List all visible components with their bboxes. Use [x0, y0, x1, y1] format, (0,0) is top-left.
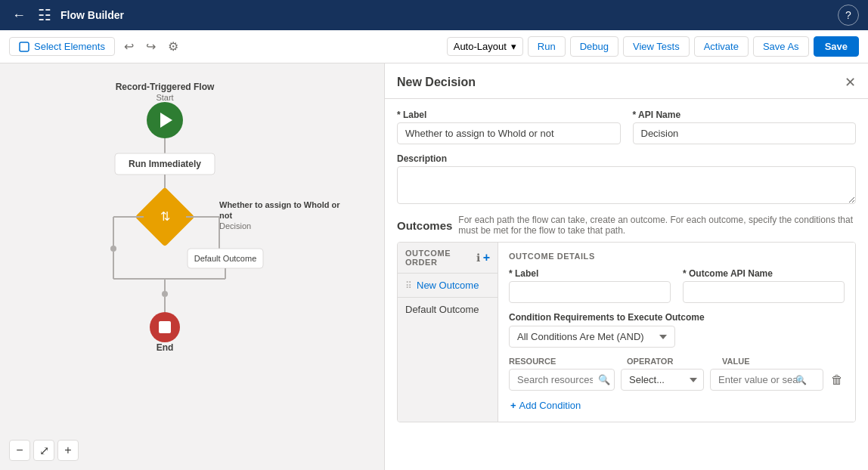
outcome-api-name-input[interactable] [683, 281, 845, 303]
outcome-label-input[interactable] [509, 281, 671, 303]
outcomes-title: Outcomes [397, 219, 452, 232]
outcome-label-group: * Label [509, 268, 671, 303]
flow-start-text: Start [156, 93, 173, 102]
label-api-row: * Label * API Name [397, 110, 856, 144]
outcome-details: OUTCOME DETAILS * Label * Outcome API Na… [498, 243, 855, 422]
condition-req-label: Condition Requirements to Execute Outcom… [509, 312, 845, 323]
decision-label: Whether to assign to Whold or [219, 200, 340, 209]
operator-select[interactable]: Select... [621, 369, 704, 391]
label-field-label: * Label [397, 110, 621, 120]
resource-search-icon: 🔍 [598, 374, 610, 385]
outcome-list: OUTCOME ORDER ℹ + ⠿ New Outcome Default … [398, 243, 498, 422]
label-group: * Label [397, 110, 621, 144]
condition-delete-button[interactable]: 🗑 [829, 372, 845, 388]
app-title: Flow Builder [60, 9, 124, 21]
outcomes-description: For each path the flow can take, create … [458, 215, 856, 236]
panel-title: New Decision [397, 76, 476, 89]
operator-select-wrap: Select... [621, 369, 704, 391]
condition-row-1: 🔍 Select... 🔍 🗑 [509, 369, 845, 391]
settings-button[interactable]: ⚙ [165, 36, 181, 57]
zoom-fit-button[interactable]: ⤢ [33, 440, 54, 461]
description-group: Description [397, 153, 856, 204]
end-label: End [157, 342, 174, 353]
left-dot [110, 246, 116, 252]
decision-icon: ⇅ [160, 210, 170, 223]
save-as-button[interactable]: Save As [753, 36, 809, 57]
zoom-in-button[interactable]: + [57, 440, 79, 461]
debug-button[interactable]: Debug [570, 36, 618, 57]
layout-dropdown[interactable]: Auto-Layout ▾ [447, 37, 523, 56]
flow-diagram: Record-Triggered Flow Start Run Immediat… [38, 75, 384, 468]
default-outcome-label: Default Outcome [194, 254, 257, 263]
condition-req-select[interactable]: All Conditions Are Met (AND) Any Conditi… [509, 326, 675, 348]
value-col-label: Value [722, 357, 835, 366]
api-name-field-label: * API Name [633, 110, 857, 120]
run-immediately-label: Run Immediately [129, 159, 201, 169]
outcome-label-field-label: * Label [509, 268, 671, 279]
decision-label2: not [219, 211, 232, 220]
stop-icon [159, 321, 171, 333]
save-button[interactable]: Save [814, 36, 859, 57]
resource-search-wrap: 🔍 [509, 369, 615, 391]
logo-icon: ☷ [38, 6, 51, 24]
back-button[interactable]: ← [9, 5, 29, 26]
zoom-controls: − ⤢ + [9, 440, 79, 461]
decision-sublabel: Decision [219, 221, 251, 230]
outcome-list-header: OUTCOME ORDER ℹ + [398, 243, 498, 274]
api-name-input[interactable] [633, 122, 857, 144]
add-condition-plus-icon: + [510, 400, 516, 411]
view-tests-button[interactable]: View Tests [623, 36, 690, 57]
panel-close-button[interactable]: ✕ [845, 74, 856, 91]
panel-body: * Label * API Name Description Outcomes … [385, 99, 868, 470]
activate-button[interactable]: Activate [694, 36, 749, 57]
description-input[interactable] [397, 166, 856, 204]
operator-col-label: Operator [627, 357, 716, 366]
zoom-out-button[interactable]: − [9, 440, 30, 461]
outcome-list-header-icons: ℹ + [476, 251, 490, 264]
cursor-icon [19, 42, 29, 52]
toolbar: Select Elements ↩ ↪ ⚙ Auto-Layout ▾ Run … [0, 30, 868, 63]
outcome-order-label: OUTCOME ORDER [405, 249, 476, 267]
top-nav: ← ☷ Flow Builder ? [0, 0, 868, 30]
outcome-api-name-field-label: * Outcome API Name [683, 268, 845, 279]
default-outcome-item[interactable]: Default Outcome [398, 297, 498, 321]
outcomes-header: Outcomes For each path the flow can take… [397, 215, 856, 236]
add-condition-button[interactable]: + Add Condition [509, 398, 582, 413]
description-label: Description [397, 153, 856, 164]
new-outcome-item[interactable]: ⠿ New Outcome [398, 274, 498, 297]
canvas: Record-Triggered Flow Start Run Immediat… [0, 63, 384, 470]
value-search-icon: 🔍 [795, 375, 807, 385]
drag-handle-icon: ⠿ [405, 280, 412, 291]
outcome-label-api-row: * Label * Outcome API Name [509, 268, 845, 303]
default-outcome-list-label: Default Outcome [405, 304, 479, 315]
condition-row-labels: Resource Operator Value [509, 357, 845, 366]
outcome-add-button[interactable]: + [483, 251, 490, 264]
label-input[interactable] [397, 122, 621, 144]
resource-col-label: Resource [509, 357, 621, 366]
add-condition-label: Add Condition [519, 400, 581, 411]
help-button[interactable]: ? [838, 5, 859, 26]
select-elements-button[interactable]: Select Elements [9, 37, 115, 56]
value-input-wrap: 🔍 [710, 369, 823, 391]
panel-header: New Decision ✕ [385, 63, 868, 99]
flow-title-text: Record-Triggered Flow [116, 82, 215, 92]
outcome-info-button[interactable]: ℹ [476, 251, 480, 264]
outcomes-layout: OUTCOME ORDER ℹ + ⠿ New Outcome Default … [397, 242, 856, 422]
decision-panel: New Decision ✕ * Label * API Name Descri… [384, 63, 868, 470]
merge-dot [162, 291, 168, 297]
undo-button[interactable]: ↩ [121, 36, 137, 57]
api-name-group: * API Name [633, 110, 857, 144]
outcome-api-name-group: * Outcome API Name [683, 268, 845, 303]
redo-button[interactable]: ↪ [143, 36, 159, 57]
outcome-details-title: OUTCOME DETAILS [509, 252, 845, 261]
new-outcome-label: New Outcome [417, 280, 479, 291]
svg-rect-0 [20, 42, 29, 51]
main-area: Record-Triggered Flow Start Run Immediat… [0, 63, 868, 470]
condition-req-select-wrap: All Conditions Are Met (AND) Any Conditi… [509, 326, 845, 348]
run-button[interactable]: Run [528, 36, 566, 57]
